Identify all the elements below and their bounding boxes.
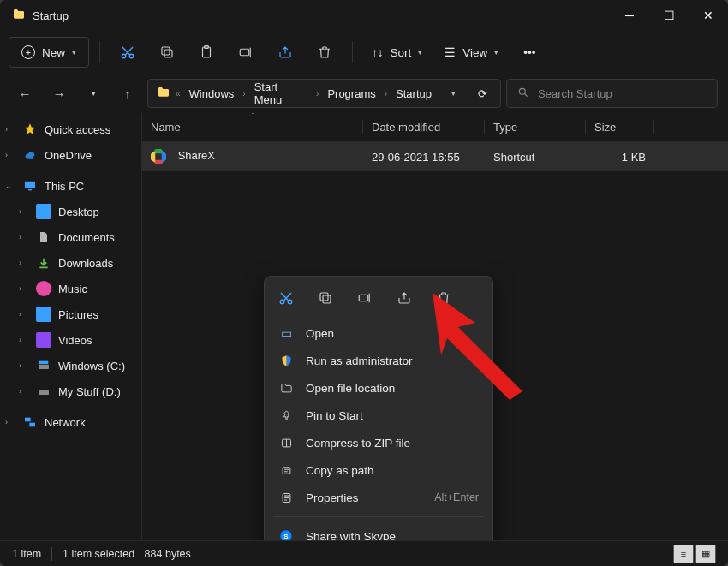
- svg-rect-10: [39, 365, 49, 369]
- context-menu-separator: [273, 516, 484, 517]
- sidebar-item-label: Pictures: [58, 308, 98, 321]
- sidebar-item-pictures[interactable]: › Pictures: [0, 301, 141, 327]
- share-button[interactable]: [268, 37, 302, 68]
- chevron-right-icon[interactable]: ›: [19, 284, 29, 293]
- status-divider: [51, 547, 52, 561]
- more-button[interactable]: •••: [512, 37, 546, 68]
- sidebar-item-music[interactable]: › Music: [0, 276, 141, 301]
- svg-rect-9: [28, 189, 32, 190]
- file-type: Shortcut: [493, 151, 534, 164]
- context-item-compress[interactable]: Compress to ZIP file: [265, 429, 492, 456]
- context-item-pin-start[interactable]: Pin to Start: [265, 402, 492, 429]
- context-item-label: Share with Skype: [306, 530, 396, 541]
- maximize-button[interactable]: ☐: [649, 0, 689, 31]
- thumbnails-view-button[interactable]: ▦: [695, 545, 716, 563]
- chevron-right-icon[interactable]: ›: [19, 336, 29, 344]
- chevron-right-icon[interactable]: ›: [19, 387, 29, 396]
- breadcrumb[interactable]: Startup: [392, 87, 435, 100]
- context-item-share-skype[interactable]: S Share with Skype: [265, 522, 492, 540]
- sidebar-item-downloads[interactable]: › Downloads: [0, 250, 141, 276]
- svg-rect-2: [164, 50, 172, 57]
- sidebar-item-this-pc[interactable]: ⌄ This PC: [0, 173, 141, 199]
- column-header-date[interactable]: Date modified: [363, 113, 485, 141]
- selected-count: 1 item selected: [63, 548, 134, 560]
- copy-button[interactable]: [313, 285, 338, 311]
- toolbar-divider: [99, 41, 100, 63]
- chevron-right-icon[interactable]: ›: [19, 361, 29, 370]
- search-box[interactable]: Search Startup: [506, 79, 718, 108]
- file-row[interactable]: ShareX 29-06-2021 16:55 Shortcut 1 KB: [142, 142, 728, 171]
- rename-button[interactable]: [352, 285, 378, 311]
- selected-bytes: 884 bytes: [145, 548, 191, 560]
- svg-rect-8: [25, 182, 35, 188]
- context-item-label: Open file location: [306, 382, 395, 395]
- close-button[interactable]: ✕: [689, 0, 728, 31]
- chevron-right-icon[interactable]: ›: [5, 151, 15, 159]
- breadcrumb[interactable]: Start Menu: [251, 80, 311, 106]
- back-button[interactable]: ←: [10, 79, 39, 108]
- refresh-button[interactable]: ⟳: [468, 80, 497, 107]
- chevron-right-icon[interactable]: ›: [19, 259, 29, 267]
- chevron-right-icon[interactable]: ›: [5, 125, 15, 134]
- toolbar-divider: [352, 41, 353, 63]
- videos-icon: [36, 332, 51, 348]
- sidebar-item-desktop[interactable]: › Desktop: [0, 199, 141, 224]
- cut-button[interactable]: [273, 285, 299, 311]
- sort-ascending-icon: ˄: [251, 113, 254, 119]
- column-header-type[interactable]: Type: [485, 113, 586, 141]
- sidebar-item-quick-access[interactable]: › Quick access: [0, 116, 141, 142]
- copy-button[interactable]: [150, 37, 184, 68]
- titlebar: Startup ─ ☐ ✕: [0, 0, 728, 31]
- column-header-name[interactable]: Name ˄: [142, 113, 363, 141]
- chevron-right-icon[interactable]: ›: [19, 233, 29, 241]
- chevron-right-icon[interactable]: ›: [19, 207, 29, 216]
- sidebar-item-drive-d[interactable]: › My Stuff (D:): [0, 378, 141, 404]
- context-item-properties[interactable]: Properties Alt+Enter: [265, 484, 492, 511]
- address-dropdown-button[interactable]: ▾: [439, 80, 468, 107]
- svg-rect-12: [39, 390, 49, 395]
- rename-button[interactable]: [229, 37, 263, 68]
- chevron-down-icon[interactable]: ⌄: [5, 182, 15, 190]
- svg-rect-14: [29, 423, 35, 427]
- sidebar-item-network[interactable]: › Network: [0, 409, 141, 435]
- details-view-button[interactable]: ≡: [673, 545, 694, 563]
- new-button[interactable]: + New ▾: [9, 37, 89, 68]
- share-button[interactable]: [391, 285, 417, 311]
- breadcrumb[interactable]: Programs: [324, 87, 379, 100]
- chevron-right-icon[interactable]: ›: [5, 418, 15, 426]
- context-item-copy-path[interactable]: Copy as path: [265, 456, 492, 484]
- sidebar-item-label: Music: [58, 283, 87, 295]
- forward-button[interactable]: →: [45, 79, 74, 108]
- view-label: View: [462, 46, 487, 59]
- navigation-pane: › Quick access › OneDrive ⌄ This PC: [0, 113, 142, 540]
- svg-text:S: S: [283, 533, 289, 540]
- view-button[interactable]: ☰ View ▾: [436, 37, 507, 68]
- sidebar-item-label: Downloads: [58, 257, 113, 270]
- delete-button[interactable]: [307, 37, 342, 68]
- address-bar[interactable]: « Windows › Start Menu › Programs › Star…: [147, 79, 501, 108]
- chevron-right-icon: ›: [241, 89, 247, 98]
- search-icon: [517, 86, 529, 101]
- recent-locations-button[interactable]: ▾: [79, 79, 108, 108]
- sort-button[interactable]: ↑↓ Sort ▾: [363, 37, 431, 68]
- cut-button[interactable]: [110, 37, 145, 68]
- sidebar-item-label: Videos: [58, 334, 92, 347]
- pin-icon: [278, 409, 294, 422]
- up-button[interactable]: ↑: [113, 79, 142, 108]
- sort-label: Sort: [391, 46, 412, 59]
- sidebar-item-label: Documents: [58, 231, 115, 244]
- paste-button[interactable]: [189, 37, 224, 68]
- column-header-size[interactable]: Size: [586, 113, 654, 141]
- sidebar-item-videos[interactable]: › Videos: [0, 327, 141, 353]
- properties-icon: [278, 492, 294, 504]
- zip-icon: [278, 437, 294, 450]
- chevron-right-icon[interactable]: ›: [19, 310, 29, 319]
- breadcrumb[interactable]: Windows: [186, 87, 238, 100]
- sidebar-item-drive-c[interactable]: › Windows (C:): [0, 353, 141, 378]
- window-title: Startup: [33, 9, 610, 22]
- new-label: New: [42, 46, 65, 59]
- minimize-button[interactable]: ─: [610, 0, 649, 31]
- sidebar-item-onedrive[interactable]: › OneDrive: [0, 142, 141, 168]
- sidebar-item-documents[interactable]: › Documents: [0, 224, 141, 250]
- drive-icon: [36, 358, 51, 373]
